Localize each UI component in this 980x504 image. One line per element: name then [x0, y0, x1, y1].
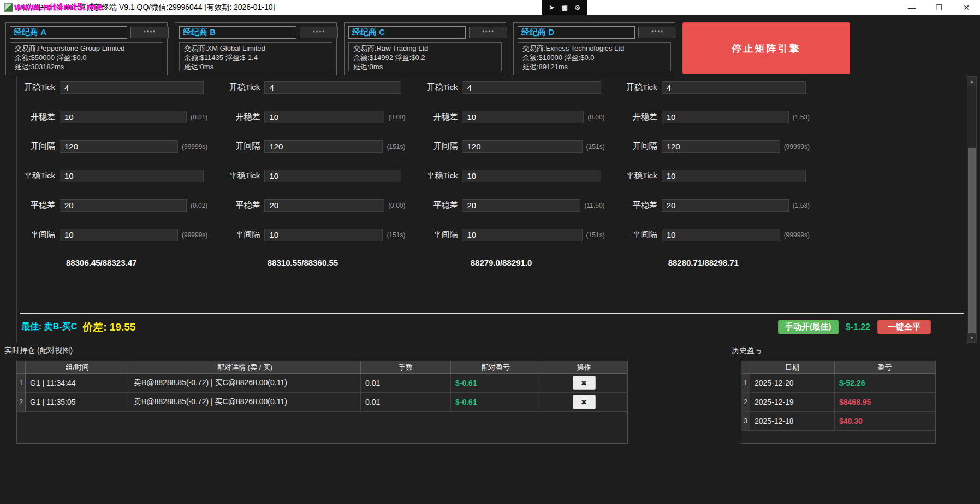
spread-value-label: 价差: 19.55 [82, 320, 135, 334]
minimize-button[interactable]: — [898, 0, 925, 15]
broker-panel-d: 交易商:Exness Technologies Ltd 余额:$10000 浮盈… [513, 22, 675, 75]
param-input-d-close-interval[interactable] [662, 229, 780, 241]
window-controls: — ❐ ✕ [898, 0, 980, 15]
param-input-c-open-tick[interactable] [462, 81, 601, 94]
position-group-time[interactable]: G1 | 11:34:44 [26, 374, 129, 393]
broker-b-password-input[interactable] [300, 27, 338, 38]
scroll-up-icon[interactable]: ▲ [967, 77, 976, 86]
stop-matrix-engine-button[interactable]: 停止矩阵引擎 [682, 22, 850, 74]
recorder-overlay: ➤ ▦ ⊗ [542, 0, 587, 15]
param-label: 平稳Tick [222, 171, 264, 181]
param-column-d: 开稳Tick 开稳差(1.53) 开间隔(99999s) 平稳Tick 平稳差(… [619, 81, 824, 267]
broker-c-dealer: 交易商:Raw Trading Ltd [353, 44, 497, 53]
param-suffix: (0.00) [388, 113, 405, 121]
param-input-c-close-interval[interactable] [462, 229, 582, 241]
close-all-button[interactable]: 一键全平 [877, 320, 931, 334]
param-column-c: 开稳Tick 开稳差(0.00) 开间隔(151s) 平稳Tick 平稳差(11… [419, 81, 619, 267]
param-label: 开间隔 [619, 141, 662, 152]
history-pnl[interactable]: $8468.95 [835, 393, 935, 412]
param-input-d-close-tick[interactable] [662, 170, 806, 182]
position-pair-detail[interactable]: 卖B@88288.85(-0.72) | 买C@88268.00(0.11) [129, 393, 361, 412]
broker-c-name-input[interactable] [348, 26, 466, 39]
titlebar: www.mt4mt5.me 阿浩四平台价差计算捕获终端 V9.1 QQ/微信:2… [0, 0, 980, 15]
history-pnl[interactable]: $40.30 [835, 412, 935, 431]
params-grid: 开稳Tick 开稳差(0.01) 开间隔(99999s) 平稳Tick 平稳差(… [17, 76, 824, 267]
history-table: 日期 盈亏 1 2025-12-20 $-52.26 2 2025-12-19 … [741, 361, 935, 431]
param-input-c-close-tick[interactable] [462, 170, 601, 182]
screen-icon[interactable]: ▦ [561, 4, 568, 11]
position-lots[interactable]: 0.01 [361, 374, 451, 393]
history-date[interactable]: 2025-12-20 [750, 374, 835, 393]
broker-b-dealer: 交易商:XM Global Limited [184, 44, 328, 53]
broker-b-latency: 延迟:0ms [184, 62, 328, 71]
param-label: 平稳差 [419, 200, 462, 211]
broker-a-password-input[interactable] [130, 27, 169, 38]
column-header-pnl: 盈亏 [835, 361, 935, 374]
close-position-button[interactable]: ✖ [573, 376, 596, 390]
param-suffix: (0.01) [191, 113, 207, 121]
row-number: 1 [741, 374, 750, 393]
param-input-c-open-interval[interactable] [462, 140, 582, 153]
param-suffix: (1.53) [793, 202, 810, 209]
param-input-a-open-diff[interactable] [60, 111, 187, 123]
broker-d-password-input[interactable] [638, 27, 676, 38]
close-circle-icon[interactable]: ⊗ [574, 4, 580, 11]
bottom-section: 实时持仓 (配对视图) 历史盈亏 组/时间 配对详情 (卖 / 买) 手数 配对… [0, 346, 980, 504]
param-column-a: 开稳Tick 开稳差(0.01) 开间隔(99999s) 平稳Tick 平稳差(… [17, 81, 222, 267]
broker-b-name-input[interactable] [179, 26, 296, 39]
history-date[interactable]: 2025-12-18 [750, 412, 835, 431]
broker-d-balance: 余额:$10000 浮盈:$0.0 [522, 53, 666, 62]
position-pair-pnl[interactable]: $-0.61 [451, 393, 541, 412]
broker-a-name-input[interactable] [10, 26, 127, 39]
broker-a-latency: 延迟:303182ms [15, 62, 158, 71]
param-input-c-close-diff[interactable] [462, 199, 580, 212]
param-input-b-close-tick[interactable] [264, 170, 401, 182]
param-input-b-open-interval[interactable] [264, 140, 383, 153]
history-pnl[interactable]: $-52.26 [835, 374, 935, 393]
param-input-c-open-diff[interactable] [462, 111, 584, 123]
param-label: 平稳Tick [619, 171, 662, 181]
param-suffix: (151s) [387, 231, 405, 239]
param-suffix: (99999s) [784, 143, 810, 151]
vertical-scrollbar[interactable]: ▲ ▼ [967, 76, 977, 343]
param-input-a-open-interval[interactable] [60, 140, 178, 153]
param-suffix: (0.00) [388, 202, 405, 209]
column-header-pair-pnl: 配对盈亏 [451, 361, 541, 374]
close-position-button[interactable]: ✖ [573, 395, 596, 409]
param-input-d-open-diff[interactable] [662, 111, 789, 123]
param-input-a-close-interval[interactable] [60, 229, 178, 241]
param-input-b-open-tick[interactable] [264, 81, 401, 94]
param-input-b-close-interval[interactable] [264, 229, 383, 241]
param-label: 开稳差 [17, 112, 60, 122]
column-header-group-time: 组/时间 [26, 361, 129, 374]
param-input-d-open-interval[interactable] [662, 140, 780, 153]
param-suffix: (0.02) [191, 202, 207, 209]
scroll-down-icon[interactable]: ▼ [967, 333, 976, 342]
maximize-button[interactable]: ❐ [925, 0, 953, 15]
param-input-d-open-tick[interactable] [662, 81, 806, 94]
param-input-b-open-diff[interactable] [264, 111, 384, 123]
position-pair-pnl[interactable]: $-0.61 [451, 374, 541, 393]
watermark: www.mt4mt5.me [14, 1, 103, 13]
param-input-a-close-tick[interactable] [60, 170, 204, 182]
position-group-time[interactable]: G1 | 11:35:05 [26, 393, 129, 412]
param-label: 开稳Tick [17, 82, 60, 93]
param-label: 开稳Tick [619, 82, 662, 93]
history-date[interactable]: 2025-12-19 [750, 393, 835, 412]
param-input-a-open-tick[interactable] [60, 81, 204, 94]
param-input-b-close-diff[interactable] [264, 199, 384, 212]
param-input-d-close-diff[interactable] [662, 199, 789, 212]
positions-panel: 组/时间 配对详情 (卖 / 买) 手数 配对盈亏 操作 1 G1 | 11:3… [16, 361, 628, 444]
position-pair-detail[interactable]: 卖B@88288.85(-0.72) | 买C@88268.00(0.11) [129, 374, 361, 393]
param-input-a-close-diff[interactable] [60, 199, 187, 212]
scrollbar-thumb[interactable] [968, 148, 976, 334]
quote-d: 88280.71/88298.71 [619, 258, 810, 267]
broker-c-password-input[interactable] [469, 27, 507, 38]
position-lots[interactable]: 0.01 [361, 393, 451, 412]
manual-open-best-button[interactable]: 手动开(最佳) [778, 320, 839, 334]
param-label: 平稳Tick [419, 171, 462, 181]
broker-d-name-input[interactable] [518, 26, 635, 39]
close-button[interactable]: ✕ [953, 0, 980, 15]
cursor-icon[interactable]: ➤ [549, 4, 555, 11]
param-label: 开稳Tick [419, 82, 462, 93]
